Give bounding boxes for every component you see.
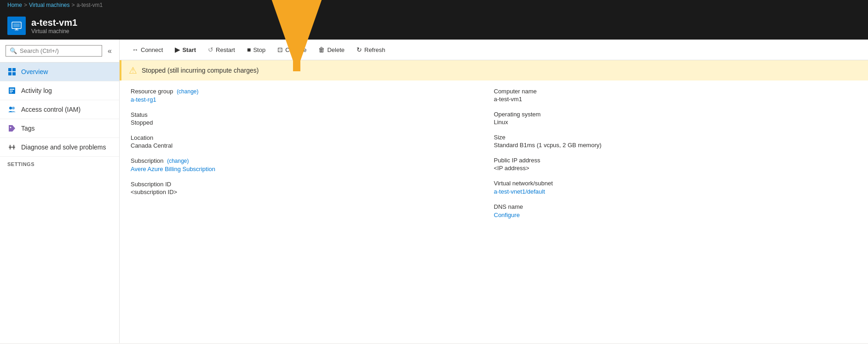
- connect-icon: ↔: [132, 46, 138, 53]
- connect-button[interactable]: ↔ Connect: [127, 43, 168, 56]
- sidebar-item-overview[interactable]: Overview: [0, 63, 119, 81]
- dns-label: DNS name: [494, 203, 857, 210]
- restart-button[interactable]: ↺ Restart: [203, 43, 240, 56]
- warning-message: Stopped (still incurring compute charges…: [142, 67, 259, 74]
- breadcrumb-sep2: >: [72, 2, 75, 8]
- sidebar-item-overview-label: Overview: [21, 68, 48, 75]
- toolbar: ↔ Connect ▶ Start ↺ Restart ■ Stop ⊡ Cap…: [120, 40, 868, 60]
- sidebar-item-tags[interactable]: Tags: [0, 119, 119, 138]
- status-value: Stopped: [131, 119, 494, 126]
- public-ip-label: Public IP address: [494, 157, 857, 164]
- warning-banner: ⚠ Stopped (still incurring compute charg…: [120, 60, 868, 80]
- sidebar-item-diagnose[interactable]: Diagnose and solve problems: [0, 138, 119, 157]
- page-header: a-test-vm1 Virtual machine: [0, 12, 868, 40]
- detail-computer-name: Computer name a-test-vm1: [494, 88, 857, 103]
- location-label: Location: [131, 134, 494, 141]
- header-title-block: a-test-vm1 Virtual machine: [31, 17, 77, 34]
- connect-label: Connect: [141, 46, 163, 53]
- resource-group-value[interactable]: a-test-rg1: [131, 96, 156, 103]
- page-subtitle: Virtual machine: [31, 28, 77, 34]
- svg-point-14: [12, 107, 15, 109]
- main-layout: 🔍 « Overview: [0, 40, 868, 343]
- breadcrumb-home[interactable]: Home: [7, 2, 22, 8]
- size-label: Size: [494, 134, 857, 141]
- access-control-icon: [7, 105, 17, 114]
- subscription-id-value: <subscription ID>: [131, 189, 494, 195]
- os-label: Operating system: [494, 111, 857, 118]
- vm-svg-icon: [11, 20, 22, 31]
- detail-size: Size Standard B1ms (1 vcpus, 2 GB memory…: [494, 134, 857, 149]
- capture-label: Capture: [285, 46, 306, 53]
- resource-group-label: Resource group: [131, 88, 173, 95]
- restart-label: Restart: [216, 46, 235, 53]
- capture-button[interactable]: ⊡ Capture: [272, 43, 311, 56]
- resource-group-change[interactable]: (change): [177, 88, 198, 95]
- subscription-id-label: Subscription ID: [131, 181, 494, 188]
- vnet-value[interactable]: a-test-vnet1/default: [494, 188, 545, 195]
- subscription-label: Subscription: [131, 157, 164, 164]
- search-input[interactable]: [20, 47, 98, 54]
- search-icon: 🔍: [10, 47, 17, 54]
- overview-icon: [7, 67, 17, 76]
- activity-log-icon: [7, 86, 17, 95]
- delete-button[interactable]: 🗑 Delete: [313, 43, 350, 56]
- detail-subscription-id: Subscription ID <subscription ID>: [131, 181, 494, 195]
- sidebar: 🔍 « Overview: [0, 40, 120, 343]
- stop-label: Stop: [253, 46, 265, 53]
- os-value: Linux: [494, 119, 857, 126]
- vnet-label: Virtual network/subnet: [494, 180, 857, 187]
- refresh-icon: ↻: [356, 46, 362, 53]
- details-right-column: Computer name a-test-vm1 Operating syste…: [494, 88, 857, 336]
- status-label: Status: [131, 111, 494, 118]
- dns-value[interactable]: Configure: [494, 212, 520, 218]
- refresh-label: Refresh: [364, 46, 385, 53]
- subscription-value[interactable]: Avere Azure Billing Subscription: [131, 166, 215, 172]
- content-area: ↔ Connect ▶ Start ↺ Restart ■ Stop ⊡ Cap…: [120, 40, 868, 343]
- search-input-wrap[interactable]: 🔍: [6, 45, 102, 57]
- diagnose-icon: [7, 143, 17, 152]
- restart-icon: ↺: [208, 46, 213, 53]
- svg-rect-12: [10, 92, 12, 93]
- settings-section-header: SETTINGS: [0, 157, 119, 169]
- location-value: Canada Central: [131, 142, 494, 149]
- svg-point-13: [9, 107, 12, 109]
- svg-rect-5: [8, 68, 11, 71]
- detail-subscription: Subscription (change) Avere Azure Billin…: [131, 157, 494, 172]
- start-icon: ▶: [175, 46, 180, 53]
- subscription-change[interactable]: (change): [167, 158, 189, 164]
- svg-rect-7: [8, 72, 11, 75]
- capture-icon: ⊡: [277, 46, 283, 53]
- search-bar: 🔍 «: [0, 40, 119, 63]
- start-label: Start: [182, 46, 196, 53]
- page-title: a-test-vm1: [31, 17, 77, 28]
- detail-location: Location Canada Central: [131, 134, 494, 149]
- refresh-button[interactable]: ↻ Refresh: [351, 43, 391, 56]
- breadcrumb-vms[interactable]: Virtual machines: [29, 2, 70, 8]
- sidebar-item-activity-log-label: Activity log: [21, 87, 52, 94]
- start-button[interactable]: ▶ Start: [170, 43, 201, 56]
- delete-label: Delete: [327, 46, 345, 53]
- detail-os: Operating system Linux: [494, 111, 857, 126]
- nav-items: Overview Activity log: [0, 63, 119, 343]
- svg-rect-6: [12, 68, 16, 71]
- sidebar-item-access-control-label: Access control (IAM): [21, 106, 80, 113]
- public-ip-value: <IP address>: [494, 165, 857, 172]
- svg-rect-10: [10, 89, 14, 90]
- detail-vnet: Virtual network/subnet a-test-vnet1/defa…: [494, 180, 857, 195]
- collapse-sidebar-button[interactable]: «: [106, 46, 114, 56]
- breadcrumb-current: a-test-vm1: [77, 2, 103, 8]
- tags-icon: [7, 124, 17, 133]
- sidebar-item-activity-log[interactable]: Activity log: [0, 81, 119, 100]
- stop-button[interactable]: ■ Stop: [242, 43, 270, 56]
- computer-name-value: a-test-vm1: [494, 96, 857, 103]
- svg-point-15: [10, 127, 11, 128]
- sidebar-item-access-control[interactable]: Access control (IAM): [0, 100, 119, 119]
- detail-status: Status Stopped: [131, 111, 494, 126]
- svg-rect-11: [10, 91, 13, 92]
- sidebar-item-tags-label: Tags: [21, 125, 35, 132]
- warning-icon: ⚠: [129, 65, 137, 76]
- svg-rect-8: [12, 72, 16, 75]
- sidebar-item-diagnose-label: Diagnose and solve problems: [21, 143, 106, 151]
- svg-rect-1: [13, 23, 20, 27]
- detail-resource-group: Resource group (change) a-test-rg1: [131, 88, 494, 103]
